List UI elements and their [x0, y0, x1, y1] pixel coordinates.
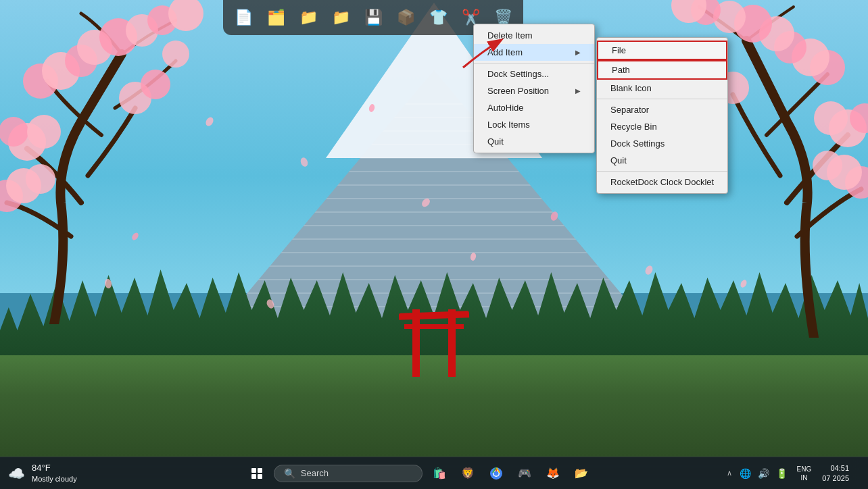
start-button[interactable] — [245, 462, 268, 485]
clock-date: 07 2025 — [822, 473, 849, 483]
taskbar-left: ☁️ 84°F Mostly cloudy — [0, 463, 122, 484]
menu-item-dock-settings[interactable]: Dock Settings... — [474, 66, 594, 82]
taskbar-files-icon[interactable]: 📂 — [570, 462, 593, 485]
menu-separator-1 — [474, 63, 594, 63]
menu-item-screen-pos[interactable]: Screen Position ▶ — [474, 82, 594, 99]
taskbar: ☁️ 84°F Mostly cloudy 🔍 Search 🛍️ 🦁 — [0, 457, 868, 489]
search-text: Search — [301, 468, 329, 478]
system-clock[interactable]: 04:51 07 2025 — [819, 463, 852, 483]
windows-logo-icon — [251, 468, 262, 479]
menu-item-lock[interactable]: Lock Items — [474, 116, 594, 133]
show-desktop-button[interactable] — [856, 460, 860, 487]
submenu-item-quit[interactable]: Quit — [597, 152, 727, 169]
system-tray-expand-icon[interactable]: ∧ — [725, 467, 734, 479]
submenu-item-rocketdock[interactable]: RocketDock Clock Docklet — [597, 174, 727, 190]
weather-temp: 84°F — [32, 463, 51, 474]
battery-tray-icon[interactable]: 🔋 — [775, 467, 789, 480]
menu-item-quit[interactable]: Quit — [474, 133, 594, 150]
torii-gate — [407, 315, 461, 376]
taskbar-chrome-icon[interactable] — [485, 462, 508, 485]
submenu-item-file[interactable]: File — [597, 41, 727, 60]
weather-widget[interactable]: 84°F Mostly cloudy — [32, 463, 77, 484]
taskbar-msstore-icon[interactable]: 🛍️ — [428, 462, 451, 485]
dock-icon-folder2[interactable]: 📁 — [326, 3, 356, 32]
dock-icon-network[interactable]: 📁 — [293, 3, 323, 32]
search-bar[interactable]: 🔍 Search — [274, 465, 423, 482]
taskbar-center: 🔍 Search 🛍️ 🦁 🎮 🦊 📂 — [122, 462, 717, 485]
submenu-item-separator[interactable]: Separator — [597, 101, 727, 118]
desktop: 📄 🗂️ 📁 📁 💾 📦 👕 ✂️ 🗑️ Delete Item Add Ite… — [0, 0, 868, 489]
main-context-menu: Delete Item Add Item ▶ Dock Settings... … — [473, 24, 595, 153]
search-icon: 🔍 — [284, 468, 295, 479]
dock-icon-folder1[interactable]: 🗂️ — [261, 3, 291, 32]
taskbar-brave-icon[interactable]: 🦁 — [456, 462, 479, 485]
dock-icon-tshirt[interactable]: 👕 — [423, 3, 453, 32]
submenu-item-blank-icon[interactable]: Blank Icon — [597, 80, 727, 97]
dock-icon-drive[interactable]: 💾 — [358, 3, 388, 32]
submenu-item-recycle-bin[interactable]: Recycle Bin — [597, 118, 727, 135]
submenu-item-dock-settings[interactable]: Dock Settings — [597, 135, 727, 152]
language-indicator[interactable]: ENG IN — [793, 465, 816, 482]
submenu-item-path[interactable]: Path — [597, 60, 727, 80]
screen-pos-arrow: ▶ — [575, 87, 581, 95]
dock-icon-document[interactable]: 📄 — [228, 3, 258, 32]
svg-point-70 — [493, 471, 498, 475]
submenu-separator-1 — [597, 99, 727, 99]
network-tray-icon[interactable]: 🌐 — [738, 467, 752, 480]
menu-item-autohide[interactable]: AutoHide — [474, 99, 594, 116]
weather-condition: Mostly cloudy — [32, 474, 77, 484]
taskbar-right: ∧ 🌐 🔊 🔋 ENG IN 04:51 07 2025 — [717, 460, 868, 487]
clock-time: 04:51 — [830, 463, 849, 473]
volume-tray-icon[interactable]: 🔊 — [756, 467, 771, 480]
dock-icon-archive[interactable]: 📦 — [391, 3, 420, 32]
submenu-separator-2 — [597, 171, 727, 172]
add-item-arrow: ▶ — [575, 49, 581, 56]
menu-item-add[interactable]: Add Item ▶ — [474, 44, 594, 61]
add-item-submenu: File Path Blank Icon Separator Recycle B… — [596, 37, 728, 194]
taskbar-firefox-icon[interactable]: 🦊 — [541, 462, 564, 485]
taskbar-gaming-icon[interactable]: 🎮 — [513, 462, 536, 485]
menu-item-delete[interactable]: Delete Item — [474, 27, 594, 44]
weather-icon: ☁️ — [8, 465, 25, 482]
